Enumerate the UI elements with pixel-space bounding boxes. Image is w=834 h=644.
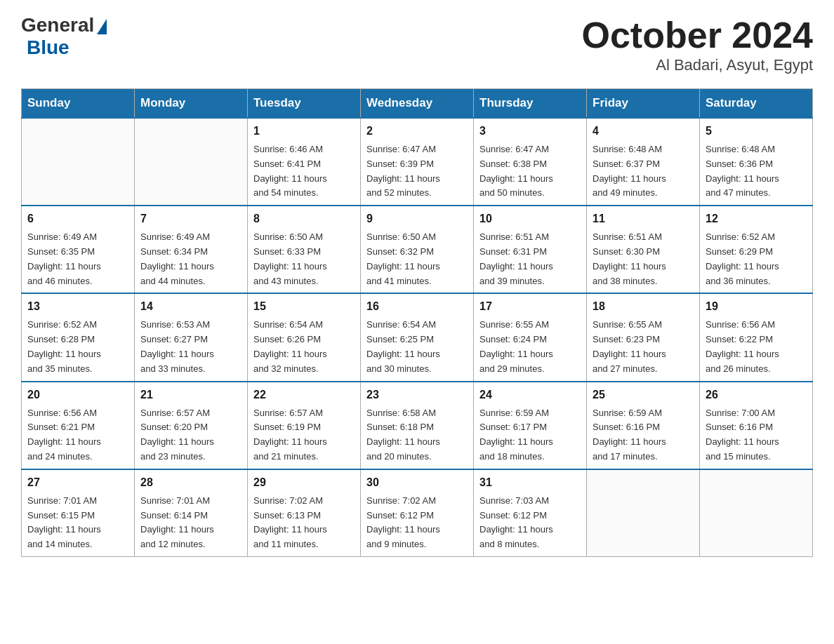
calendar-day-cell: 30Sunrise: 7:02 AMSunset: 6:12 PMDayligh… <box>361 469 474 557</box>
day-info: Sunrise: 6:53 AMSunset: 6:27 PMDaylight:… <box>140 318 241 376</box>
calendar-day-cell: 15Sunrise: 6:54 AMSunset: 6:26 PMDayligh… <box>248 293 361 381</box>
calendar-day-cell: 6Sunrise: 6:49 AMSunset: 6:35 PMDaylight… <box>22 206 135 293</box>
day-info: Sunrise: 6:57 AMSunset: 6:20 PMDaylight:… <box>140 406 241 464</box>
day-number: 24 <box>479 387 581 403</box>
calendar-day-cell <box>700 469 813 557</box>
day-info: Sunrise: 6:47 AMSunset: 6:38 PMDaylight:… <box>479 142 581 201</box>
day-info: Sunrise: 7:01 AMSunset: 6:15 PMDaylight:… <box>27 494 128 552</box>
logo-general-text: General <box>21 14 94 36</box>
day-number: 19 <box>706 298 807 315</box>
day-number: 12 <box>706 210 807 227</box>
calendar-day-cell: 9Sunrise: 6:50 AMSunset: 6:32 PMDaylight… <box>361 206 474 293</box>
calendar-day-cell: 3Sunrise: 6:47 AMSunset: 6:38 PMDaylight… <box>474 118 587 206</box>
logo-triangle-icon <box>97 19 107 34</box>
day-info: Sunrise: 6:56 AMSunset: 6:21 PMDaylight:… <box>27 406 128 464</box>
day-info: Sunrise: 6:55 AMSunset: 6:23 PMDaylight:… <box>593 318 694 376</box>
day-number: 6 <box>27 210 128 227</box>
day-number: 5 <box>706 123 807 140</box>
day-info: Sunrise: 7:03 AMSunset: 6:12 PMDaylight:… <box>479 494 581 552</box>
calendar-day-cell: 24Sunrise: 6:59 AMSunset: 6:17 PMDayligh… <box>474 382 587 469</box>
calendar-week-row: 13Sunrise: 6:52 AMSunset: 6:28 PMDayligh… <box>22 293 813 381</box>
day-info: Sunrise: 6:50 AMSunset: 6:32 PMDaylight:… <box>366 230 468 288</box>
day-of-week-header: Thursday <box>474 89 587 119</box>
calendar-day-cell: 18Sunrise: 6:55 AMSunset: 6:23 PMDayligh… <box>587 293 700 381</box>
calendar-day-cell: 27Sunrise: 7:01 AMSunset: 6:15 PMDayligh… <box>22 469 135 557</box>
day-info: Sunrise: 6:52 AMSunset: 6:28 PMDaylight:… <box>27 318 128 376</box>
logo: General Blue <box>21 14 107 59</box>
day-info: Sunrise: 6:57 AMSunset: 6:19 PMDaylight:… <box>253 406 355 464</box>
calendar-day-cell: 23Sunrise: 6:58 AMSunset: 6:18 PMDayligh… <box>361 382 474 469</box>
day-info: Sunrise: 7:02 AMSunset: 6:12 PMDaylight:… <box>366 494 468 552</box>
day-info: Sunrise: 6:59 AMSunset: 6:17 PMDaylight:… <box>479 406 581 464</box>
calendar-day-cell: 22Sunrise: 6:57 AMSunset: 6:19 PMDayligh… <box>248 382 361 469</box>
day-number: 29 <box>253 474 355 491</box>
day-number: 18 <box>593 298 694 315</box>
calendar-day-cell: 20Sunrise: 6:56 AMSunset: 6:21 PMDayligh… <box>22 382 135 469</box>
day-info: Sunrise: 7:02 AMSunset: 6:13 PMDaylight:… <box>253 494 355 552</box>
day-of-week-header: Saturday <box>700 89 813 119</box>
calendar-day-cell: 16Sunrise: 6:54 AMSunset: 6:25 PMDayligh… <box>361 293 474 381</box>
day-number: 31 <box>479 474 581 491</box>
day-info: Sunrise: 6:54 AMSunset: 6:25 PMDaylight:… <box>366 318 468 376</box>
calendar-day-cell <box>22 118 135 206</box>
calendar-week-row: 27Sunrise: 7:01 AMSunset: 6:15 PMDayligh… <box>22 469 813 557</box>
day-of-week-header: Wednesday <box>361 89 474 119</box>
calendar-day-cell: 31Sunrise: 7:03 AMSunset: 6:12 PMDayligh… <box>474 469 587 557</box>
day-number: 16 <box>366 298 468 315</box>
day-number: 17 <box>479 298 581 315</box>
calendar-day-cell: 11Sunrise: 6:51 AMSunset: 6:30 PMDayligh… <box>587 206 700 293</box>
day-number: 3 <box>479 123 581 140</box>
day-number: 11 <box>593 210 694 227</box>
day-info: Sunrise: 6:51 AMSunset: 6:30 PMDaylight:… <box>593 230 694 288</box>
calendar-day-cell: 21Sunrise: 6:57 AMSunset: 6:20 PMDayligh… <box>135 382 248 469</box>
calendar-week-row: 6Sunrise: 6:49 AMSunset: 6:35 PMDaylight… <box>22 206 813 293</box>
day-of-week-header: Sunday <box>22 89 135 119</box>
calendar-day-cell: 29Sunrise: 7:02 AMSunset: 6:13 PMDayligh… <box>248 469 361 557</box>
calendar-day-cell <box>135 118 248 206</box>
day-of-week-header: Tuesday <box>248 89 361 119</box>
day-number: 30 <box>366 474 468 491</box>
calendar-day-cell <box>587 469 700 557</box>
calendar-day-cell: 7Sunrise: 6:49 AMSunset: 6:34 PMDaylight… <box>135 206 248 293</box>
day-info: Sunrise: 6:56 AMSunset: 6:22 PMDaylight:… <box>706 318 807 376</box>
calendar-day-cell: 14Sunrise: 6:53 AMSunset: 6:27 PMDayligh… <box>135 293 248 381</box>
calendar-day-cell: 25Sunrise: 6:59 AMSunset: 6:16 PMDayligh… <box>587 382 700 469</box>
day-info: Sunrise: 6:49 AMSunset: 6:35 PMDaylight:… <box>27 230 128 288</box>
day-info: Sunrise: 6:55 AMSunset: 6:24 PMDaylight:… <box>479 318 581 376</box>
day-number: 23 <box>366 387 468 403</box>
day-number: 13 <box>27 298 128 315</box>
day-info: Sunrise: 6:51 AMSunset: 6:31 PMDaylight:… <box>479 230 581 288</box>
month-title: October 2024 <box>582 14 814 56</box>
day-number: 1 <box>253 123 355 140</box>
calendar-day-cell: 1Sunrise: 6:46 AMSunset: 6:41 PMDaylight… <box>248 118 361 206</box>
calendar-day-cell: 13Sunrise: 6:52 AMSunset: 6:28 PMDayligh… <box>22 293 135 381</box>
calendar-day-cell: 5Sunrise: 6:48 AMSunset: 6:36 PMDaylight… <box>700 118 813 206</box>
day-info: Sunrise: 7:01 AMSunset: 6:14 PMDaylight:… <box>140 494 241 552</box>
calendar-day-cell: 10Sunrise: 6:51 AMSunset: 6:31 PMDayligh… <box>474 206 587 293</box>
day-number: 20 <box>27 387 128 403</box>
day-info: Sunrise: 6:59 AMSunset: 6:16 PMDaylight:… <box>593 406 694 464</box>
day-number: 9 <box>366 210 468 227</box>
calendar-week-row: 1Sunrise: 6:46 AMSunset: 6:41 PMDaylight… <box>22 118 813 206</box>
day-number: 14 <box>140 298 241 315</box>
calendar-header-row: SundayMondayTuesdayWednesdayThursdayFrid… <box>22 89 813 119</box>
day-number: 25 <box>593 387 694 403</box>
calendar-table: SundayMondayTuesdayWednesdayThursdayFrid… <box>21 88 813 557</box>
day-info: Sunrise: 6:52 AMSunset: 6:29 PMDaylight:… <box>706 230 807 288</box>
calendar-day-cell: 26Sunrise: 7:00 AMSunset: 6:16 PMDayligh… <box>700 382 813 469</box>
day-info: Sunrise: 6:46 AMSunset: 6:41 PMDaylight:… <box>253 142 355 201</box>
calendar-day-cell: 12Sunrise: 6:52 AMSunset: 6:29 PMDayligh… <box>700 206 813 293</box>
day-number: 10 <box>479 210 581 227</box>
calendar-week-row: 20Sunrise: 6:56 AMSunset: 6:21 PMDayligh… <box>22 382 813 469</box>
calendar-day-cell: 17Sunrise: 6:55 AMSunset: 6:24 PMDayligh… <box>474 293 587 381</box>
day-info: Sunrise: 6:58 AMSunset: 6:18 PMDaylight:… <box>366 406 468 464</box>
day-number: 22 <box>253 387 355 403</box>
day-number: 26 <box>706 387 807 403</box>
day-number: 4 <box>593 123 694 140</box>
calendar-day-cell: 19Sunrise: 6:56 AMSunset: 6:22 PMDayligh… <box>700 293 813 381</box>
day-info: Sunrise: 7:00 AMSunset: 6:16 PMDaylight:… <box>706 406 807 464</box>
day-number: 21 <box>140 387 241 403</box>
day-info: Sunrise: 6:54 AMSunset: 6:26 PMDaylight:… <box>253 318 355 376</box>
day-number: 7 <box>140 210 241 227</box>
day-number: 2 <box>366 123 468 140</box>
